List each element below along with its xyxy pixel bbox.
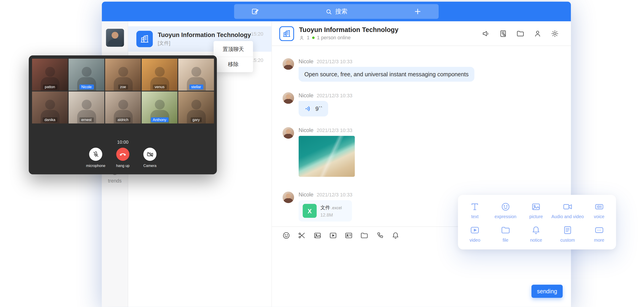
building-icon [283,29,291,37]
participant-video[interactable]: Anthony [142,91,178,123]
compose-button[interactable] [250,7,260,16]
panel-item-label: text [471,214,479,219]
sender-avatar[interactable] [283,192,294,203]
participant-name: zoe [118,84,128,89]
emoji-button[interactable] [282,231,290,240]
online-dot [312,36,314,39]
panel-item-file[interactable]: file [490,222,521,246]
image-message-thumbnail[interactable] [299,136,355,177]
members-button[interactable] [533,29,542,38]
microphone-toggle-button[interactable]: microphone [84,148,108,168]
hangup-button[interactable]: hang up [110,148,135,168]
announcement-button[interactable] [482,29,490,38]
voice-message-bubble[interactable]: 9`` [299,101,328,116]
participant-name: ernest [79,117,94,122]
participant-name: Nicole [79,84,94,89]
sender-avatar[interactable] [283,58,294,70]
video-icon [329,231,337,239]
participant-name: Anthony [151,117,168,122]
panel-item-label: notice [530,238,542,243]
contact-card-button[interactable] [344,231,353,240]
conversation-time: 15:20 [251,31,263,37]
screenshot-button[interactable] [297,231,306,240]
participant-video[interactable]: patton [32,59,68,91]
search-document-icon [499,29,507,37]
picture-button[interactable] [313,231,322,240]
file-message-card[interactable]: X 文件.excel 12.8M [299,200,352,221]
video-button[interactable] [329,231,337,240]
video-icon [470,225,480,235]
search-icon [325,8,332,15]
person-icon [534,29,542,37]
panel-item-expression[interactable]: expression [490,199,521,222]
panel-item-label: more [594,238,604,243]
message-input[interactable] [272,244,571,307]
panel-item-custom[interactable]: custom [552,222,584,246]
folder-icon [516,29,524,37]
text-message-bubble[interactable]: Open source, free, and universal instant… [299,67,474,82]
files-button[interactable] [516,29,525,38]
sender-name: Nicole [299,127,314,133]
panel-item-label: file [503,238,508,243]
panel-item-audio-video[interactable]: Audio and video [552,199,584,222]
emoji-icon [282,231,290,239]
chat-group-avatar [279,26,294,41]
building-icon [140,34,149,44]
hangup-label: hang up [116,164,130,168]
folder-icon [360,231,368,239]
chat-actions [482,29,560,38]
announcement-icon [482,29,490,37]
add-button[interactable] [413,7,422,16]
folder-icon [500,225,510,235]
search-placeholder: 搜索 [335,7,348,15]
participant-video[interactable]: venus [142,59,178,91]
user-avatar[interactable] [106,29,124,47]
camera-toggle-button[interactable]: Camera [138,148,162,168]
video-call-panel: patton Nicole zoe venus stellar danika e… [29,55,217,174]
file-button[interactable] [360,231,368,240]
panel-item-more[interactable]: more [584,222,614,246]
chat-header: Tuoyun Information Technology 1 1 person… [272,21,571,46]
participant-video[interactable]: gary [178,91,214,123]
chat-panel: Tuoyun Information Technology 1 1 person… [272,21,571,307]
chat-title: Tuoyun Information Technology [299,26,481,33]
search-history-button[interactable] [498,29,508,38]
header-toolbar: 搜索 [234,4,439,19]
panel-item-text[interactable]: text [460,199,490,222]
sender-name: Nicole [299,192,314,198]
participant-video[interactable]: zoe [105,59,141,91]
message-time: 2021/12/3 10:33 [317,59,352,64]
plus-icon [414,7,422,15]
send-button[interactable]: sending [532,285,562,298]
sender-name: Nicole [299,92,314,98]
participant-video[interactable]: Nicole [68,59,104,91]
panel-item-notice[interactable]: notice [521,222,552,246]
sender-avatar[interactable] [283,127,294,139]
microphone-label: microphone [86,164,105,168]
panel-item-label: expression [495,214,516,219]
participant-video[interactable]: aldrich [105,91,141,123]
panel-item-video[interactable]: video [460,222,490,246]
panel-item-voice[interactable]: voice [584,199,614,222]
camera-label: Camera [144,164,156,168]
menu-item-remove[interactable]: 移除 [214,57,253,71]
notice-button[interactable] [391,231,400,240]
gear-icon [551,29,559,37]
audio-video-icon [562,202,572,212]
participant-video[interactable]: ernest [68,91,104,123]
menu-item-pin-chat[interactable]: 置顶聊天 [214,42,253,57]
sender-avatar[interactable] [283,92,294,104]
search-input[interactable]: 搜索 [325,7,348,15]
microphone-off-icon [92,151,99,158]
call-button[interactable] [375,231,384,240]
participant-grid: patton Nicole zoe venus stellar danika e… [32,59,214,124]
participant-video[interactable]: stellar [178,59,214,91]
panel-item-label: voice [594,214,604,219]
settings-button[interactable] [550,29,560,38]
message-type-panel: text expression picture Audio and video … [458,195,616,250]
text-icon [470,202,480,212]
conversation-context-menu: 置顶聊天 移除 [214,41,253,72]
message-text: Nicole 2021/12/3 10:33 Open source, free… [283,58,571,81]
participant-video[interactable]: danika [32,91,68,123]
panel-item-picture[interactable]: picture [521,199,552,222]
